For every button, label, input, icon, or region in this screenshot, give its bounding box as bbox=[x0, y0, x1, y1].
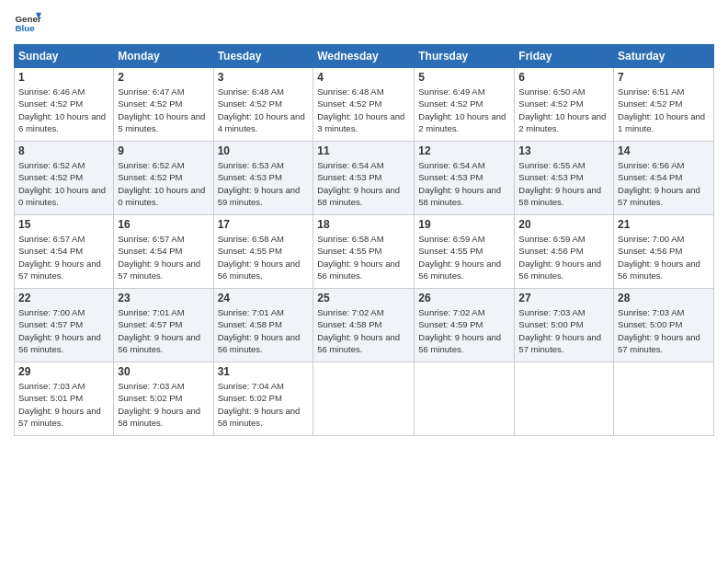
day-detail: Sunrise: 6:46 AMSunset: 4:52 PMDaylight:… bbox=[18, 86, 109, 134]
calendar-cell: 19Sunrise: 6:59 AMSunset: 4:55 PMDayligh… bbox=[415, 215, 515, 289]
calendar-cell: 4Sunrise: 6:48 AMSunset: 4:52 PMDaylight… bbox=[313, 68, 415, 142]
calendar-week-4: 22Sunrise: 7:00 AMSunset: 4:57 PMDayligh… bbox=[15, 289, 714, 362]
day-detail: Sunrise: 7:03 AMSunset: 5:00 PMDaylight:… bbox=[618, 306, 710, 355]
day-number: 13 bbox=[518, 144, 609, 157]
day-number: 24 bbox=[218, 292, 310, 304]
day-number: 5 bbox=[418, 71, 510, 84]
day-number: 15 bbox=[18, 218, 109, 231]
day-number: 21 bbox=[618, 218, 710, 231]
day-number: 20 bbox=[518, 218, 609, 231]
calendar-cell: 6Sunrise: 6:50 AMSunset: 4:52 PMDaylight… bbox=[515, 68, 614, 142]
day-number: 1 bbox=[18, 71, 109, 84]
calendar-cell: 24Sunrise: 7:01 AMSunset: 4:58 PMDayligh… bbox=[213, 289, 313, 362]
day-detail: Sunrise: 7:03 AMSunset: 5:00 PMDaylight:… bbox=[518, 306, 609, 355]
day-number: 22 bbox=[18, 292, 109, 304]
calendar-cell: 27Sunrise: 7:03 AMSunset: 5:00 PMDayligh… bbox=[515, 289, 614, 362]
day-detail: Sunrise: 7:01 AMSunset: 4:57 PMDaylight:… bbox=[118, 306, 209, 355]
calendar-cell: 2Sunrise: 6:47 AMSunset: 4:52 PMDaylight… bbox=[114, 68, 213, 142]
calendar-cell: 15Sunrise: 6:57 AMSunset: 4:54 PMDayligh… bbox=[15, 215, 114, 289]
calendar-cell bbox=[313, 362, 415, 436]
day-number: 29 bbox=[18, 365, 109, 378]
weekday-header-saturday: Saturday bbox=[614, 45, 714, 68]
weekday-header-row: SundayMondayTuesdayWednesdayThursdayFrid… bbox=[15, 45, 714, 68]
day-detail: Sunrise: 6:52 AMSunset: 4:52 PMDaylight:… bbox=[18, 159, 109, 208]
calendar-cell: 29Sunrise: 7:03 AMSunset: 5:01 PMDayligh… bbox=[15, 362, 114, 436]
day-detail: Sunrise: 7:01 AMSunset: 4:58 PMDaylight:… bbox=[218, 306, 310, 355]
logo: General Blue bbox=[14, 9, 41, 37]
day-detail: Sunrise: 7:00 AMSunset: 4:57 PMDaylight:… bbox=[18, 306, 109, 355]
calendar-cell bbox=[415, 362, 515, 436]
calendar-week-2: 8Sunrise: 6:52 AMSunset: 4:52 PMDaylight… bbox=[15, 142, 714, 215]
calendar-cell: 7Sunrise: 6:51 AMSunset: 4:52 PMDaylight… bbox=[614, 68, 714, 142]
calendar-table: SundayMondayTuesdayWednesdayThursdayFrid… bbox=[14, 44, 714, 436]
calendar-cell: 1Sunrise: 6:46 AMSunset: 4:52 PMDaylight… bbox=[15, 68, 114, 142]
day-number: 26 bbox=[418, 292, 510, 304]
weekday-header-wednesday: Wednesday bbox=[313, 45, 415, 68]
day-detail: Sunrise: 6:59 AMSunset: 4:55 PMDaylight:… bbox=[418, 233, 510, 282]
calendar-cell: 14Sunrise: 6:56 AMSunset: 4:54 PMDayligh… bbox=[614, 142, 714, 215]
logo-icon: General Blue bbox=[14, 9, 41, 37]
day-detail: Sunrise: 6:54 AMSunset: 4:53 PMDaylight:… bbox=[317, 159, 410, 208]
calendar-cell: 17Sunrise: 6:58 AMSunset: 4:55 PMDayligh… bbox=[213, 215, 313, 289]
weekday-header-thursday: Thursday bbox=[415, 45, 515, 68]
calendar-cell: 22Sunrise: 7:00 AMSunset: 4:57 PMDayligh… bbox=[15, 289, 114, 362]
day-number: 16 bbox=[118, 218, 209, 231]
day-number: 17 bbox=[218, 218, 310, 231]
day-number: 31 bbox=[218, 365, 310, 378]
day-number: 25 bbox=[317, 292, 410, 304]
calendar-cell: 11Sunrise: 6:54 AMSunset: 4:53 PMDayligh… bbox=[313, 142, 415, 215]
day-number: 2 bbox=[118, 71, 209, 84]
calendar-cell: 26Sunrise: 7:02 AMSunset: 4:59 PMDayligh… bbox=[415, 289, 515, 362]
calendar-cell: 9Sunrise: 6:52 AMSunset: 4:52 PMDaylight… bbox=[114, 142, 213, 215]
calendar-week-5: 29Sunrise: 7:03 AMSunset: 5:01 PMDayligh… bbox=[15, 362, 714, 436]
weekday-header-monday: Monday bbox=[114, 45, 213, 68]
weekday-header-sunday: Sunday bbox=[15, 45, 114, 68]
day-number: 10 bbox=[218, 144, 310, 157]
day-detail: Sunrise: 7:00 AMSunset: 4:56 PMDaylight:… bbox=[618, 233, 710, 282]
calendar-cell: 20Sunrise: 6:59 AMSunset: 4:56 PMDayligh… bbox=[515, 215, 614, 289]
day-detail: Sunrise: 7:03 AMSunset: 5:02 PMDaylight:… bbox=[118, 380, 209, 429]
calendar-cell: 30Sunrise: 7:03 AMSunset: 5:02 PMDayligh… bbox=[114, 362, 213, 436]
day-detail: Sunrise: 6:57 AMSunset: 4:54 PMDaylight:… bbox=[118, 233, 209, 282]
calendar-week-1: 1Sunrise: 6:46 AMSunset: 4:52 PMDaylight… bbox=[15, 68, 714, 142]
day-number: 4 bbox=[317, 71, 410, 84]
day-detail: Sunrise: 7:04 AMSunset: 5:02 PMDaylight:… bbox=[218, 380, 310, 429]
day-detail: Sunrise: 7:02 AMSunset: 4:59 PMDaylight:… bbox=[418, 306, 510, 355]
day-number: 30 bbox=[118, 365, 209, 378]
calendar-cell: 23Sunrise: 7:01 AMSunset: 4:57 PMDayligh… bbox=[114, 289, 213, 362]
calendar-cell: 3Sunrise: 6:48 AMSunset: 4:52 PMDaylight… bbox=[213, 68, 313, 142]
day-detail: Sunrise: 6:55 AMSunset: 4:53 PMDaylight:… bbox=[518, 159, 609, 208]
day-detail: Sunrise: 6:58 AMSunset: 4:55 PMDaylight:… bbox=[317, 233, 410, 282]
calendar-cell bbox=[515, 362, 614, 436]
calendar-cell: 13Sunrise: 6:55 AMSunset: 4:53 PMDayligh… bbox=[515, 142, 614, 215]
calendar-cell: 5Sunrise: 6:49 AMSunset: 4:52 PMDaylight… bbox=[415, 68, 515, 142]
day-number: 27 bbox=[518, 292, 609, 304]
day-number: 9 bbox=[118, 144, 209, 157]
calendar-cell: 28Sunrise: 7:03 AMSunset: 5:00 PMDayligh… bbox=[614, 289, 714, 362]
calendar-cell: 25Sunrise: 7:02 AMSunset: 4:58 PMDayligh… bbox=[313, 289, 415, 362]
day-detail: Sunrise: 6:53 AMSunset: 4:53 PMDaylight:… bbox=[218, 159, 310, 208]
calendar-cell: 21Sunrise: 7:00 AMSunset: 4:56 PMDayligh… bbox=[614, 215, 714, 289]
calendar-page: General Blue SundayMondayTuesdayWednesda… bbox=[0, 0, 728, 563]
day-detail: Sunrise: 6:50 AMSunset: 4:52 PMDaylight:… bbox=[518, 86, 609, 134]
day-detail: Sunrise: 6:48 AMSunset: 4:52 PMDaylight:… bbox=[317, 86, 410, 134]
weekday-header-tuesday: Tuesday bbox=[213, 45, 313, 68]
day-number: 3 bbox=[218, 71, 310, 84]
calendar-cell: 16Sunrise: 6:57 AMSunset: 4:54 PMDayligh… bbox=[114, 215, 213, 289]
day-number: 6 bbox=[518, 71, 609, 84]
day-number: 18 bbox=[317, 218, 410, 231]
weekday-header-friday: Friday bbox=[515, 45, 614, 68]
day-number: 23 bbox=[118, 292, 209, 304]
calendar-cell: 12Sunrise: 6:54 AMSunset: 4:53 PMDayligh… bbox=[415, 142, 515, 215]
calendar-week-3: 15Sunrise: 6:57 AMSunset: 4:54 PMDayligh… bbox=[15, 215, 714, 289]
day-detail: Sunrise: 7:02 AMSunset: 4:58 PMDaylight:… bbox=[317, 306, 410, 355]
day-detail: Sunrise: 7:03 AMSunset: 5:01 PMDaylight:… bbox=[18, 380, 109, 429]
day-detail: Sunrise: 6:59 AMSunset: 4:56 PMDaylight:… bbox=[518, 233, 609, 282]
day-detail: Sunrise: 6:57 AMSunset: 4:54 PMDaylight:… bbox=[18, 233, 109, 282]
day-detail: Sunrise: 6:56 AMSunset: 4:54 PMDaylight:… bbox=[618, 159, 710, 208]
svg-text:Blue: Blue bbox=[16, 23, 36, 33]
day-number: 11 bbox=[317, 144, 410, 157]
day-number: 8 bbox=[18, 144, 109, 157]
day-detail: Sunrise: 6:51 AMSunset: 4:52 PMDaylight:… bbox=[618, 86, 710, 134]
header: General Blue bbox=[14, 9, 714, 37]
